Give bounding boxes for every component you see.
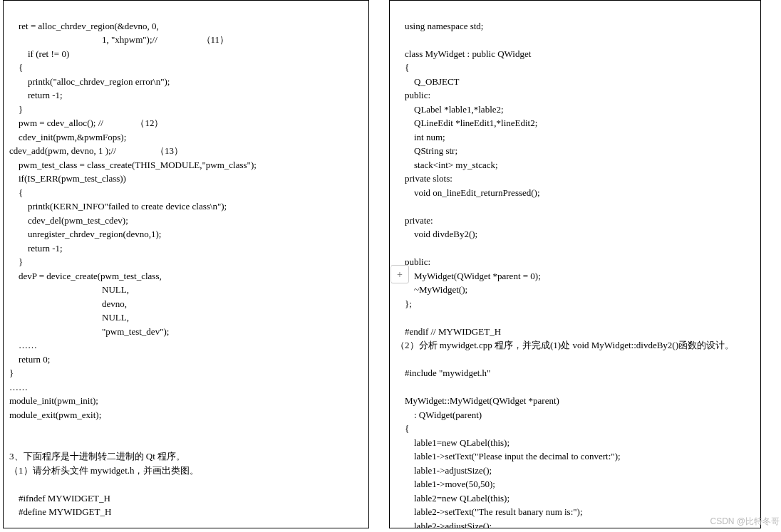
watermark: CSDN @比特冬哥 xyxy=(710,515,780,528)
code-line: devP = device_create(pwm_test_class, xyxy=(9,271,162,281)
left-column: ret = alloc_chrdev_region(&devno, 0, 1, … xyxy=(3,0,369,528)
question-3-title: 3、下面程序是十进制转二进制的 Qt 程序。 xyxy=(9,449,363,464)
code-line: } xyxy=(9,104,23,115)
code-line: return -1; xyxy=(9,243,63,254)
code-line: #include "mywidget.h" xyxy=(395,367,490,378)
right-column: using namespace std; class MyWidget : pu… xyxy=(389,0,761,528)
code-line: unregister_chrdev_region(devno,1); xyxy=(9,229,161,239)
code-block-right: using namespace std; class MyWidget : pu… xyxy=(395,5,755,338)
code-line: } xyxy=(9,367,14,378)
code-line: int num; xyxy=(395,132,445,142)
code-line: using namespace std; xyxy=(395,21,483,31)
code-line: cdev_del(pwm_test_cdev); xyxy=(9,215,128,226)
question-2: （2）分析 mywidget.cpp 程序，并完成(1)处 void MyWid… xyxy=(395,338,755,353)
code-line: QString str; xyxy=(395,145,457,156)
code-line: : QWidget(parent) xyxy=(395,410,482,420)
code-line: lable1->move(50,50); xyxy=(395,479,495,489)
code-line: printk("alloc_chrdev_region error\n"); xyxy=(9,76,170,87)
code-line: if(IS_ERR(pwm_test_class)) xyxy=(9,173,126,184)
code-line: lable1=new QLabel(this); xyxy=(395,437,510,448)
code-line: private slots: xyxy=(395,173,452,184)
code-line: private: xyxy=(395,215,433,226)
code-line: void divdeBy2(); xyxy=(395,229,477,239)
code-line: "pwm_test_dev"); xyxy=(9,326,169,337)
code-line: NULL, xyxy=(9,312,129,323)
code-line: lable2->setText("The result banary num i… xyxy=(395,506,583,517)
code-line: devno, xyxy=(9,298,127,309)
code-line: #ifndef MYWIDGET_H xyxy=(9,493,110,504)
code-line: QLabel *lable1,*lable2; xyxy=(395,104,504,115)
code-line: lable1->adjustSize(); xyxy=(395,465,492,476)
code-line: module_exit(pwm_exit); xyxy=(9,410,101,420)
code-line: } xyxy=(9,256,23,267)
code-line: #endif // MYWIDGET_H xyxy=(395,326,501,337)
code-block-left: ret = alloc_chrdev_region(&devno, 0, 1, … xyxy=(9,5,363,436)
code-line: }; xyxy=(395,298,412,309)
code-line: NULL, xyxy=(9,284,129,295)
column-divider-button[interactable]: + xyxy=(390,265,409,283)
code-line: …… xyxy=(9,340,37,350)
code-line: MyWidget::MyWidget(QWidget *parent) xyxy=(395,395,559,406)
code-line: { xyxy=(9,62,23,73)
code-line: lable2=new QLabel(this); xyxy=(395,493,510,504)
code-line: Q_OBJECT xyxy=(395,76,460,87)
code-line: MyWidget(QWidget *parent = 0); xyxy=(395,271,541,281)
code-line: { xyxy=(395,62,409,73)
code-includes: #ifndef MYWIDGET_H #define MYWIDGET_H #i… xyxy=(9,477,363,528)
code-line: class MyWidget : public QWidget xyxy=(395,48,531,59)
code-line: pwm_test_class = class_create(THIS_MODUL… xyxy=(9,160,257,170)
code-line: 1, "xhpwm");// （11） xyxy=(9,34,229,45)
plus-icon: + xyxy=(397,267,403,282)
code-line: printk(KERN_INFO"failed to create device… xyxy=(9,201,227,212)
code-line: pwm = cdev_alloc(); // （12） xyxy=(9,118,163,128)
code-line: void on_lineEdit_returnPressed(); xyxy=(395,187,540,198)
code-line: module_init(pwm_init); xyxy=(9,395,98,406)
code-line: ret = alloc_chrdev_region(&devno, 0, xyxy=(9,21,159,31)
code-line: QLineEdit *lineEdit1,*lineEdit2; xyxy=(395,118,537,128)
code-line: public: xyxy=(395,90,430,100)
code-line: { xyxy=(395,423,409,434)
code-line: #define MYWIDGET_H xyxy=(9,506,111,517)
code-line: lable1->setText("Please input the decima… xyxy=(395,451,621,461)
code-block-cpp: #include "mywidget.h" MyWidget::MyWidget… xyxy=(395,353,755,529)
code-line: return 0; xyxy=(9,354,50,365)
code-line: lable2->adjustSize(); xyxy=(395,521,492,529)
code-line: …… xyxy=(9,382,28,392)
code-line: { xyxy=(9,187,23,198)
code-line: if (ret != 0) xyxy=(9,48,69,59)
code-line: stack<int> my_stcack; xyxy=(395,160,498,170)
code-line: ~MyWidget(); xyxy=(395,284,467,295)
page: ret = alloc_chrdev_region(&devno, 0, 1, … xyxy=(0,0,781,532)
question-3-subtitle: （1）请分析头文件 mywidget.h，并画出类图。 xyxy=(9,464,363,478)
code-line: cdev_add(pwm, devno, 1 );// （13） xyxy=(9,145,183,156)
code-line: return -1; xyxy=(9,90,63,100)
code-line: cdev_init(pwm,&pwmFops); xyxy=(9,132,126,142)
